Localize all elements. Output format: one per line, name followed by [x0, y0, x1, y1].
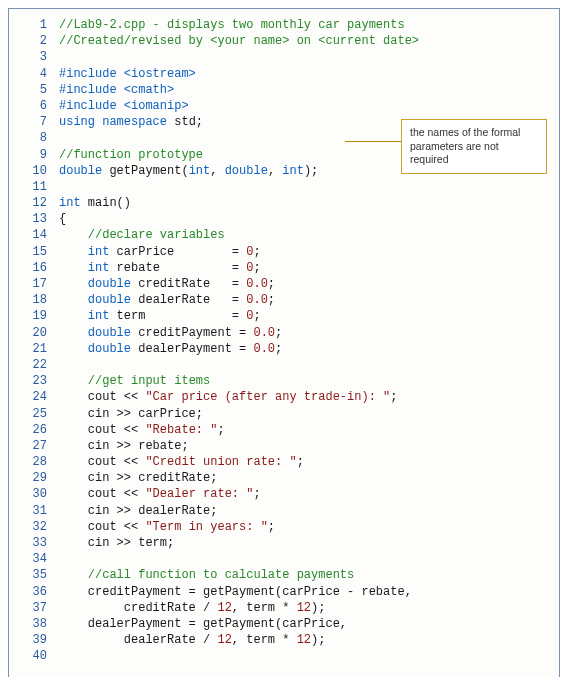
- line-number: 12: [19, 195, 59, 211]
- code-line: 13{: [19, 211, 549, 227]
- line-number: 24: [19, 389, 59, 405]
- code-text: dealerRate / 12, term * 12);: [59, 632, 325, 648]
- line-number: 27: [19, 438, 59, 454]
- code-line: 25 cin >> carPrice;: [19, 406, 549, 422]
- line-number: 25: [19, 406, 59, 422]
- code-text: cin >> term;: [59, 535, 174, 551]
- line-number: 33: [19, 535, 59, 551]
- code-listing-box: 1//Lab9-2.cpp - displays two monthly car…: [8, 8, 560, 677]
- code-line: 35 //call function to calculate payments: [19, 567, 549, 583]
- line-number: 39: [19, 632, 59, 648]
- code-line: 39 dealerRate / 12, term * 12);: [19, 632, 549, 648]
- line-number: 13: [19, 211, 59, 227]
- code-line: 24 cout << "Car price (after any trade-i…: [19, 389, 549, 405]
- line-number: 3: [19, 49, 59, 65]
- line-number: 17: [19, 276, 59, 292]
- line-number: 34: [19, 551, 59, 567]
- code-text: cin >> dealerRate;: [59, 503, 217, 519]
- code-text: cin >> rebate;: [59, 438, 189, 454]
- code-text: //declare variables: [59, 227, 225, 243]
- code-line: 18 double dealerRate = 0.0;: [19, 292, 549, 308]
- line-number: 40: [19, 648, 59, 664]
- code-text: creditPayment = getPayment(carPrice - re…: [59, 584, 412, 600]
- code-text: //Created/revised by <your name> on <cur…: [59, 33, 419, 49]
- code-line: 26 cout << "Rebate: ";: [19, 422, 549, 438]
- code-line: 4#include <iostream>: [19, 66, 549, 82]
- code-line: 23 //get input items: [19, 373, 549, 389]
- code-text: int main(): [59, 195, 131, 211]
- line-number: 35: [19, 567, 59, 583]
- code-line: 28 cout << "Credit union rate: ";: [19, 454, 549, 470]
- code-line: 33 cin >> term;: [19, 535, 549, 551]
- line-number: 8: [19, 130, 59, 146]
- line-number: 16: [19, 260, 59, 276]
- line-number: 1: [19, 17, 59, 33]
- line-number: 28: [19, 454, 59, 470]
- code-line: 17 double creditRate = 0.0;: [19, 276, 549, 292]
- code-line: 20 double creditPayment = 0.0;: [19, 325, 549, 341]
- line-number: 19: [19, 308, 59, 324]
- callout-text: the names of the formal parameters are n…: [410, 126, 520, 165]
- line-number: 15: [19, 244, 59, 260]
- line-number: 38: [19, 616, 59, 632]
- code-text: cout << "Credit union rate: ";: [59, 454, 304, 470]
- code-text: #include <cmath>: [59, 82, 174, 98]
- code-line: 29 cin >> creditRate;: [19, 470, 549, 486]
- line-number: 18: [19, 292, 59, 308]
- code-line: 19 int term = 0;: [19, 308, 549, 324]
- line-number: 11: [19, 179, 59, 195]
- code-text: {: [59, 211, 66, 227]
- line-number: 10: [19, 163, 59, 179]
- line-number: 29: [19, 470, 59, 486]
- code-text: cin >> creditRate;: [59, 470, 217, 486]
- code-line: 12int main(): [19, 195, 549, 211]
- code-text: double creditRate = 0.0;: [59, 276, 275, 292]
- code-line: 36 creditPayment = getPayment(carPrice -…: [19, 584, 549, 600]
- code-line: 40: [19, 648, 549, 664]
- line-number: 32: [19, 519, 59, 535]
- code-text: cin >> carPrice;: [59, 406, 203, 422]
- line-number: 30: [19, 486, 59, 502]
- code-text: //function prototype: [59, 147, 203, 163]
- code-line: 6#include <iomanip>: [19, 98, 549, 114]
- line-number: 36: [19, 584, 59, 600]
- code-text: double creditPayment = 0.0;: [59, 325, 282, 341]
- code-line: 16 int rebate = 0;: [19, 260, 549, 276]
- code-line: 11: [19, 179, 549, 195]
- code-line: 1//Lab9-2.cpp - displays two monthly car…: [19, 17, 549, 33]
- code-text: //get input items: [59, 373, 210, 389]
- code-line: 38 dealerPayment = getPayment(carPrice,: [19, 616, 549, 632]
- line-number: 31: [19, 503, 59, 519]
- line-number: 4: [19, 66, 59, 82]
- code-line: 5#include <cmath>: [19, 82, 549, 98]
- code-line: 31 cin >> dealerRate;: [19, 503, 549, 519]
- line-number: 14: [19, 227, 59, 243]
- code-text: int term = 0;: [59, 308, 261, 324]
- code-text: using namespace std;: [59, 114, 203, 130]
- code-text: //Lab9-2.cpp - displays two monthly car …: [59, 17, 405, 33]
- code-line: 15 int carPrice = 0;: [19, 244, 549, 260]
- line-number: 2: [19, 33, 59, 49]
- code-text: int carPrice = 0;: [59, 244, 261, 260]
- code-container: 1//Lab9-2.cpp - displays two monthly car…: [19, 17, 549, 665]
- code-line: 21 double dealerPayment = 0.0;: [19, 341, 549, 357]
- line-number: 21: [19, 341, 59, 357]
- code-text: cout << "Term in years: ";: [59, 519, 275, 535]
- line-number: 9: [19, 147, 59, 163]
- line-number: 20: [19, 325, 59, 341]
- code-line: 3: [19, 49, 549, 65]
- callout-connector-line: [345, 141, 401, 142]
- code-text: cout << "Rebate: ";: [59, 422, 225, 438]
- code-text: #include <iostream>: [59, 66, 196, 82]
- code-line: 34: [19, 551, 549, 567]
- line-number: 6: [19, 98, 59, 114]
- code-line: 37 creditRate / 12, term * 12);: [19, 600, 549, 616]
- line-number: 23: [19, 373, 59, 389]
- code-line: 27 cin >> rebate;: [19, 438, 549, 454]
- line-number: 5: [19, 82, 59, 98]
- line-number: 22: [19, 357, 59, 373]
- code-line: 22: [19, 357, 549, 373]
- callout-box: the names of the formal parameters are n…: [401, 119, 547, 174]
- code-text: cout << "Dealer rate: ";: [59, 486, 261, 502]
- line-number: 26: [19, 422, 59, 438]
